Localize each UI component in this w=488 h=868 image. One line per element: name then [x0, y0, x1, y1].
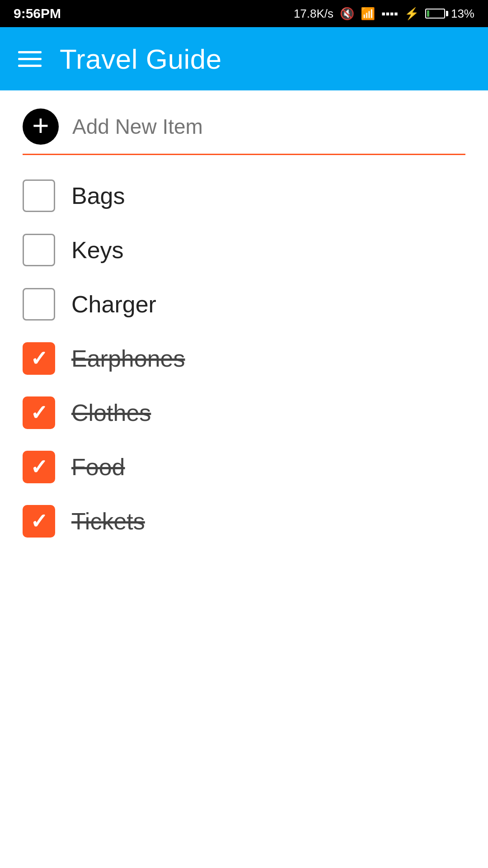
checkbox-earphones[interactable]: ✓ — [23, 342, 55, 375]
checkmark-icon: ✓ — [30, 346, 48, 371]
item-label: Food — [71, 453, 125, 481]
battery-container: 13% — [425, 7, 474, 21]
list-item[interactable]: ✓Tickets — [23, 494, 465, 548]
menu-button[interactable] — [18, 51, 42, 67]
bolt-icon: ⚡ — [404, 7, 419, 21]
list-item[interactable]: ✓Bags — [23, 169, 465, 223]
mute-icon: 🔇 — [340, 7, 354, 21]
checklist: ✓Bags✓Keys✓Charger✓Earphones✓Clothes✓Foo… — [23, 169, 465, 548]
list-item[interactable]: ✓Earphones — [23, 331, 465, 386]
list-item[interactable]: ✓Food — [23, 440, 465, 494]
hamburger-line-3 — [18, 65, 42, 67]
divider — [23, 154, 465, 155]
item-label: Earphones — [71, 345, 185, 372]
battery-icon — [425, 9, 448, 19]
add-item-row: + — [23, 108, 465, 154]
checkmark-icon: ✓ — [30, 401, 48, 425]
status-time: 9:56PM — [14, 6, 61, 21]
checkbox-bags[interactable]: ✓ — [23, 179, 55, 212]
app-title: Travel Guide — [60, 43, 222, 75]
add-item-input[interactable] — [72, 114, 465, 139]
battery-percent: 13% — [451, 7, 474, 21]
status-right: 17.8K/s 🔇 📶 ▪▪▪▪ ⚡ 13% — [294, 7, 474, 21]
checkbox-tickets[interactable]: ✓ — [23, 505, 55, 538]
list-item[interactable]: ✓Clothes — [23, 386, 465, 440]
checkbox-charger[interactable]: ✓ — [23, 288, 55, 321]
status-bar: 9:56PM 17.8K/s 🔇 📶 ▪▪▪▪ ⚡ 13% — [0, 0, 488, 27]
hamburger-line-1 — [18, 51, 42, 53]
hamburger-line-2 — [18, 58, 42, 60]
checkmark-icon: ✓ — [30, 455, 48, 479]
item-label: Keys — [71, 236, 124, 264]
checkbox-clothes[interactable]: ✓ — [23, 396, 55, 429]
signal-icon: ▪▪▪▪ — [381, 7, 398, 21]
checkmark-icon: ✓ — [30, 509, 48, 533]
item-label: Bags — [71, 182, 125, 209]
wifi-icon: 📶 — [361, 7, 375, 21]
item-label: Clothes — [71, 399, 151, 426]
list-item[interactable]: ✓Keys — [23, 223, 465, 277]
item-label: Tickets — [71, 508, 145, 535]
network-speed: 17.8K/s — [294, 7, 333, 21]
item-label: Charger — [71, 291, 156, 318]
main-content: + ✓Bags✓Keys✓Charger✓Earphones✓Clothes✓F… — [0, 90, 488, 566]
checkbox-food[interactable]: ✓ — [23, 451, 55, 483]
plus-icon: + — [32, 111, 49, 140]
app-bar: Travel Guide — [0, 27, 488, 90]
list-item[interactable]: ✓Charger — [23, 277, 465, 331]
checkbox-keys[interactable]: ✓ — [23, 234, 55, 266]
add-item-button[interactable]: + — [23, 108, 59, 145]
